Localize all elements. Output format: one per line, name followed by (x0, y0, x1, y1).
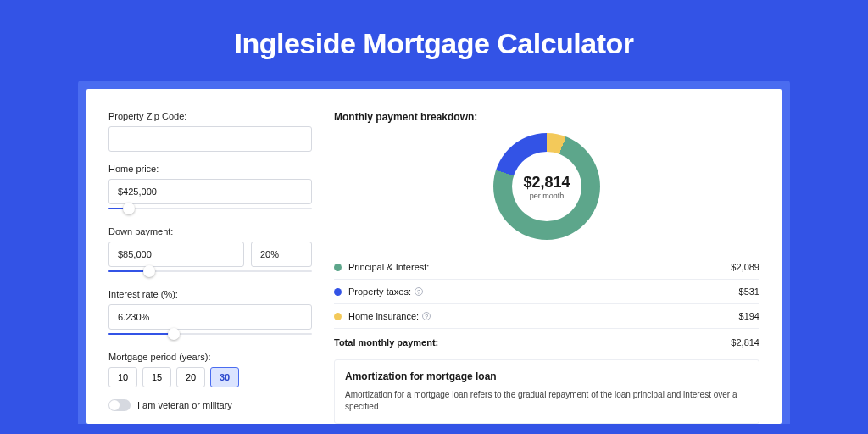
calculator-card: Property Zip Code: Home price: Down paym… (86, 89, 782, 424)
home-price-input[interactable] (108, 179, 312, 204)
period-group: Mortgage period (years): 10152030 (108, 352, 312, 387)
breakdown-column: Monthly payment breakdown: $2,814 per mo… (334, 111, 760, 424)
interest-label: Interest rate (%): (108, 289, 312, 299)
legend-dot (334, 313, 342, 320)
veteran-row: I am veteran or military (108, 399, 312, 411)
legend-dot (334, 288, 342, 296)
slider-track (108, 208, 312, 209)
slider-thumb[interactable] (168, 328, 180, 340)
donut-sub: per month (530, 192, 565, 200)
zip-label: Property Zip Code: (108, 111, 312, 121)
legend-label: Principal & Interest: (348, 262, 731, 272)
page-title: Ingleside Mortgage Calculator (0, 0, 868, 81)
down-payment-slider[interactable] (108, 265, 312, 277)
info-icon[interactable]: ? (422, 312, 431, 320)
legend-label: Property taxes:? (348, 287, 739, 297)
amortization-text: Amortization for a mortgage loan refers … (345, 389, 748, 413)
legend-value: $194 (739, 311, 760, 321)
down-payment-group: Down payment: (108, 226, 312, 277)
legend-row: Home insurance:?$194 (334, 304, 760, 329)
donut-center: $2,814 per month (512, 152, 581, 221)
calculator-shadow-wrap: Property Zip Code: Home price: Down paym… (78, 81, 790, 424)
legend-value: $531 (739, 287, 760, 297)
amortization-title: Amortization for mortgage loan (345, 370, 748, 382)
zip-input[interactable] (108, 126, 312, 152)
period-button-20[interactable]: 20 (176, 367, 205, 387)
period-button-10[interactable]: 10 (108, 367, 137, 387)
info-icon[interactable]: ? (415, 287, 423, 296)
legend-value: $2,089 (731, 262, 760, 272)
period-label: Mortgage period (years): (108, 352, 312, 362)
legend-row: Property taxes:?$531 (334, 280, 760, 304)
total-row: Total monthly payment: $2,814 (334, 329, 760, 359)
breakdown-title: Monthly payment breakdown: (334, 111, 760, 123)
slider-thumb[interactable] (143, 265, 155, 277)
donut-wrap: $2,814 per month (334, 133, 760, 240)
form-column: Property Zip Code: Home price: Down paym… (108, 111, 312, 424)
total-value: $2,814 (731, 337, 760, 348)
zip-group: Property Zip Code: (108, 111, 312, 152)
amortization-card: Amortization for mortgage loan Amortizat… (334, 359, 760, 424)
period-button-15[interactable]: 15 (142, 367, 171, 387)
interest-slider[interactable] (108, 328, 312, 340)
legend-row: Principal & Interest:$2,089 (334, 255, 760, 280)
slider-fill (108, 333, 174, 335)
donut-chart: $2,814 per month (493, 133, 600, 240)
donut-amount: $2,814 (523, 174, 570, 192)
veteran-label: I am veteran or military (137, 400, 232, 410)
home-price-slider[interactable] (108, 203, 312, 214)
period-buttons: 10152030 (108, 367, 312, 387)
legend-dot (334, 264, 342, 271)
legend-label: Home insurance:? (348, 311, 739, 321)
home-price-label: Home price: (108, 164, 312, 174)
interest-group: Interest rate (%): (108, 289, 312, 340)
down-payment-label: Down payment: (108, 226, 312, 236)
veteran-toggle[interactable] (108, 399, 131, 411)
down-payment-input[interactable] (108, 242, 244, 267)
legend: Principal & Interest:$2,089Property taxe… (334, 255, 760, 329)
down-payment-pct-input[interactable] (251, 242, 312, 267)
interest-input[interactable] (108, 304, 312, 330)
slider-thumb[interactable] (123, 203, 135, 214)
total-label: Total monthly payment: (334, 337, 438, 348)
period-button-30[interactable]: 30 (210, 367, 239, 387)
home-price-group: Home price: (108, 164, 312, 214)
